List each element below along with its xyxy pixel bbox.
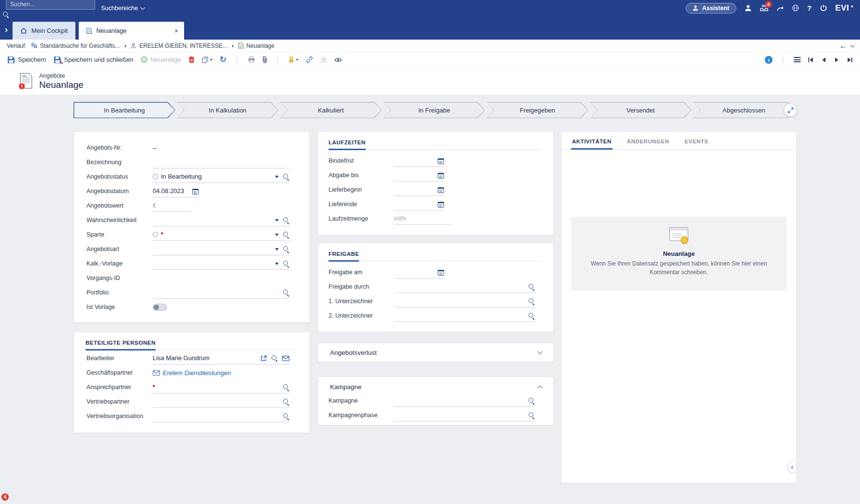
freigabe-durch-input[interactable] <box>394 280 535 293</box>
search-icon[interactable] <box>529 313 535 319</box>
unterzeichner-2-input[interactable] <box>394 309 535 322</box>
chevron-up-icon[interactable] <box>538 385 543 390</box>
angebotsverlust-section[interactable]: Angebotsverlust <box>318 343 554 362</box>
globe-icon[interactable] <box>792 4 799 12</box>
open-record-icon[interactable] <box>260 355 267 362</box>
unterzeichner-1-input[interactable] <box>394 295 535 308</box>
chevron-down-icon[interactable] <box>275 234 279 236</box>
breadcrumb-item-current[interactable]: Neuanlage <box>238 42 274 49</box>
watch-eye-icon[interactable] <box>334 57 342 62</box>
search-icon[interactable] <box>283 384 289 391</box>
search-icon[interactable] <box>283 217 289 224</box>
freigabe-am-input[interactable] <box>394 266 444 279</box>
calendar-icon[interactable] <box>438 158 444 164</box>
vertriebspartner-input[interactable] <box>153 395 290 408</box>
email-icon[interactable] <box>153 370 160 376</box>
kampagne-input[interactable] <box>394 394 535 407</box>
angebotsdatum-input[interactable]: 04.08.2023 <box>153 185 199 197</box>
vertriebsorganisation-input[interactable] <box>153 410 290 422</box>
search-icon[interactable] <box>272 355 278 362</box>
new-record-button[interactable]: + Neuanlage <box>141 56 181 63</box>
step-abgeschlossen[interactable]: Abgeschlossen <box>693 102 795 118</box>
inbox-icon[interactable]: 4 <box>760 4 768 12</box>
angebotsstatus-input[interactable]: In Bearbeitung <box>153 170 290 183</box>
save-and-close-button[interactable]: × Speichern und schließen <box>54 56 133 64</box>
email-icon[interactable] <box>282 356 289 361</box>
search-icon[interactable] <box>283 413 289 420</box>
lieferbeginn-input[interactable] <box>394 183 444 196</box>
calendar-icon[interactable] <box>438 202 444 208</box>
copy-icon[interactable] <box>202 56 213 63</box>
bezeichnung-input[interactable] <box>153 156 290 168</box>
step-kalkuliert[interactable]: Kalkuliert <box>280 102 382 118</box>
tabs-overflow-chevron[interactable]: › <box>5 25 8 34</box>
calendar-icon[interactable] <box>192 189 199 195</box>
refresh-icon[interactable]: ↻ <box>220 56 227 64</box>
tab-events[interactable]: EVENTS <box>677 132 716 149</box>
search-icon[interactable] <box>3 12 9 18</box>
chevron-down-icon[interactable] <box>275 219 279 222</box>
next-record-icon[interactable] <box>834 57 840 63</box>
step-in-kalkulation[interactable]: In Kalkulation <box>177 102 279 118</box>
redo-icon[interactable] <box>776 5 784 12</box>
breadcrumb-item-search[interactable]: Standardsuche für Geschäfts... <box>31 42 120 49</box>
tab-aktivitaeten[interactable]: AKTIVITÄTEN <box>564 132 619 149</box>
search-icon[interactable] <box>283 399 289 405</box>
user-icon[interactable] <box>745 4 752 12</box>
chevron-down-icon[interactable] <box>850 42 855 47</box>
attachment-icon[interactable] <box>262 56 267 63</box>
search-icon[interactable] <box>283 174 289 180</box>
search-areas-dropdown[interactable]: Suchbereiche <box>101 5 144 12</box>
portfolio-input[interactable] <box>153 286 290 299</box>
chevron-down-icon[interactable] <box>275 263 279 265</box>
menu-icon[interactable] <box>794 57 801 62</box>
tab-mein-cockpit[interactable]: Mein Cockpit <box>13 22 75 40</box>
search-input[interactable] <box>6 0 95 10</box>
lock-icon[interactable] <box>288 56 299 63</box>
step-in-freigabe[interactable]: In Freigabe <box>383 102 485 118</box>
assistant-button[interactable]: Assistent <box>686 3 736 14</box>
ansprechpartner-input[interactable]: * <box>153 381 290 393</box>
angebotsart-input[interactable] <box>153 243 290 255</box>
search-icon[interactable] <box>529 298 535 305</box>
power-icon[interactable] <box>820 4 827 12</box>
favorite-star-icon[interactable]: ☆ <box>320 56 327 64</box>
info-icon[interactable]: i <box>765 56 773 64</box>
search-icon[interactable] <box>283 246 289 252</box>
link-icon[interactable] <box>306 56 313 63</box>
chevron-down-icon[interactable] <box>275 176 279 178</box>
ist-vorlage-toggle[interactable] <box>153 304 167 311</box>
calendar-icon[interactable] <box>438 270 444 276</box>
calendar-icon[interactable] <box>438 187 444 193</box>
save-button[interactable]: Speichern <box>7 56 46 64</box>
chevron-down-icon[interactable] <box>538 350 543 354</box>
abgabe-bis-input[interactable] <box>394 169 444 182</box>
close-icon[interactable]: × <box>174 28 178 34</box>
delete-icon[interactable] <box>188 56 195 63</box>
step-freigegeben[interactable]: Freigegeben <box>487 102 588 118</box>
tab-aenderungen[interactable]: ÄNDERUNGEN <box>619 132 677 149</box>
history-back-arrow[interactable]: ← <box>839 42 847 50</box>
search-icon[interactable] <box>529 284 535 290</box>
sparte-input[interactable]: * <box>153 228 290 241</box>
print-icon[interactable] <box>248 56 255 63</box>
notification-badge[interactable]: 4 <box>1 493 9 501</box>
chevron-down-icon[interactable] <box>275 248 279 251</box>
wahrscheinlichkeit-input[interactable] <box>153 214 290 226</box>
breadcrumb-item-partner[interactable]: ERELEM GIEßEN, INTERESSE... <box>130 42 227 49</box>
search-icon[interactable] <box>529 412 535 419</box>
search-icon[interactable] <box>283 232 289 238</box>
kampagnenphase-input[interactable] <box>394 409 535 421</box>
bindefrist-input[interactable] <box>394 154 444 167</box>
previous-record-icon[interactable] <box>821 57 827 63</box>
collapse-panel-button[interactable]: ‹ <box>788 460 796 473</box>
calendar-icon[interactable] <box>438 173 444 179</box>
bearbeiter-input[interactable]: Lisa Marie Gundrum <box>153 352 290 364</box>
last-record-icon[interactable] <box>847 57 853 63</box>
steps-expand-button[interactable] <box>784 103 797 117</box>
help-icon[interactable]: ? <box>807 4 812 12</box>
search-icon[interactable] <box>529 398 535 404</box>
laufzeitmenge-input[interactable]: kWh <box>394 212 451 225</box>
step-in-bearbeitung[interactable]: In Bearbeitung <box>73 102 175 118</box>
first-record-icon[interactable] <box>808 57 814 63</box>
